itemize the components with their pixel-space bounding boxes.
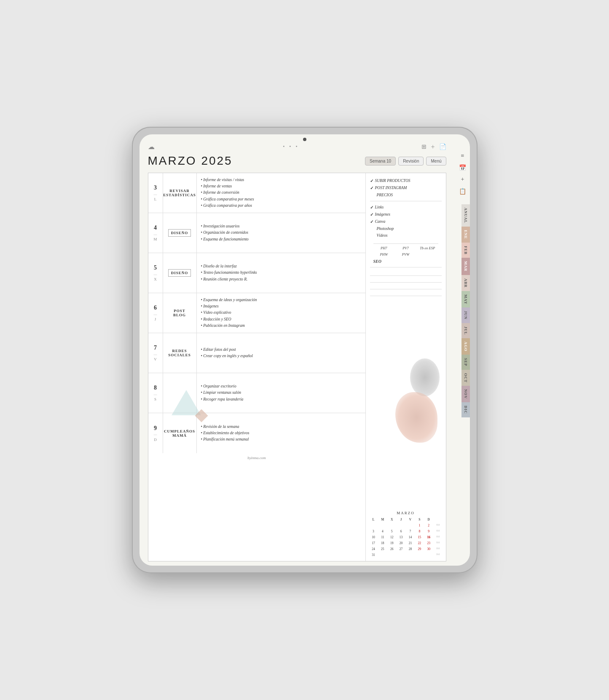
cal-cell: SM [434, 540, 443, 546]
day-row: 5—XDISEÑODiseño de la interfazTesteo fun… [148, 253, 365, 293]
check-mark: ✓ [370, 218, 373, 225]
pv-ph-cell: PVW [395, 251, 416, 257]
task-item: Diseño de la interfaz [201, 263, 361, 270]
pv-ph-cell: PV7 [395, 245, 416, 251]
week-button[interactable]: Semana 10 [365, 157, 396, 166]
cal-header [434, 517, 443, 522]
cal-cell: 22 [415, 540, 424, 546]
checklist-item: ✓SUBIR PRODUCTOS [370, 177, 442, 184]
category-box: DISEÑO [168, 229, 191, 237]
cal-cell: 25 [378, 546, 387, 552]
hamburger-icon[interactable]: ≡ [458, 151, 467, 160]
day-label: 6—J [148, 293, 163, 333]
cal-cell: 8 [415, 529, 424, 534]
main-content: ☁ • • • ⊞ + 📄 MARZO 2025 Semana 10 Revis… [140, 134, 455, 566]
cal-cell: 6 [397, 529, 405, 534]
task-item: Gráfica comparativa por meses [201, 196, 361, 203]
tab-ago[interactable]: AGO [461, 338, 470, 355]
tab-ene[interactable]: ENE [461, 227, 470, 243]
day-label: 7—V [148, 333, 163, 373]
tab-nov[interactable]: NOV [461, 386, 470, 402]
planner-container: 3—LREVISAR ESTADÍSTICASInforme de visita… [148, 173, 446, 561]
menu-button[interactable]: Menú [426, 157, 446, 166]
day-tasks: Organizar escritorioLimpiar ventanas sal… [197, 373, 365, 413]
tab-oct[interactable]: OCT [461, 370, 470, 386]
cal-cell: 16 [424, 534, 433, 540]
tab-anual[interactable]: ANUAL [461, 204, 470, 227]
cal-cell [378, 552, 387, 558]
cal-cell: 15 [415, 534, 424, 540]
cal-cell: 31 [369, 552, 378, 558]
plus-icon[interactable]: + [431, 143, 435, 151]
cal-cell: 13 [397, 534, 405, 540]
task-item: Redacción y SEO [201, 316, 361, 323]
tab-dic[interactable]: DIC [461, 402, 470, 417]
cal-header: S [415, 517, 424, 522]
tab-sep[interactable]: SEP [461, 355, 470, 370]
cal-cell: 1 [415, 523, 424, 528]
revision-button[interactable]: Revisión [398, 157, 424, 166]
planner-sidebar: ✓SUBIR PRODUCTOS✓POST INSTAGRAM PRECIOS✓… [366, 173, 446, 561]
cal-cell [415, 552, 424, 558]
category-box: DISEÑO [168, 269, 191, 277]
check-mark: ✓ [370, 177, 373, 184]
tab-abr[interactable]: ABR [461, 275, 470, 291]
plus-icon[interactable]: + [458, 175, 467, 184]
day-tasks: Investigación usuariosOrganización de co… [197, 213, 365, 253]
cal-cell: 19 [387, 540, 396, 546]
page-icon: 📄 [439, 143, 446, 150]
cal-header: V [406, 517, 415, 522]
day-label: 9—D [148, 413, 163, 453]
task-item: Revisión de la semana [201, 424, 361, 430]
task-item: Publicación en Instagram [201, 323, 361, 329]
tab-may[interactable]: MAY [461, 291, 470, 308]
day-letter: V [154, 357, 157, 362]
cal-cell: 21 [406, 540, 415, 546]
cal-cell: 23 [424, 540, 433, 546]
checklist-item: ✓Links [370, 204, 442, 211]
task-item: Gráfica comparativa por años [201, 203, 361, 209]
mini-cal-grid: LMXJVSD12SM3456789SM10111213141516SM1718… [369, 517, 443, 558]
note-icon[interactable]: 📋 [458, 187, 467, 196]
cal-cell: 10 [369, 534, 378, 540]
tab-jun[interactable]: JUN [461, 307, 470, 323]
cal-header: D [424, 517, 433, 522]
tablet-screen: ☁ • • • ⊞ + 📄 MARZO 2025 Semana 10 Revis… [140, 134, 470, 566]
day-number: 5 [154, 264, 157, 272]
cal-cell: 20 [397, 540, 405, 546]
check-text: Vídeos [377, 232, 388, 239]
side-tab-icons: ≡ 📅 + 📋 [458, 134, 470, 196]
app-icon: ☁ [148, 143, 155, 150]
day-letter: L [154, 197, 157, 202]
day-number: 9 [154, 424, 157, 433]
day-letter: S [154, 397, 156, 402]
task-item: Planificación menú semanal [201, 436, 361, 443]
tab-mar[interactable]: MAR [461, 258, 470, 275]
day-letter: J [155, 317, 156, 322]
task-item: Reunión cliente proyecto R. [201, 276, 361, 283]
tab-jul[interactable]: JUL [461, 323, 470, 338]
calendar-icon[interactable]: 📅 [458, 163, 467, 172]
tablet-frame: ☁ • • • ⊞ + 📄 MARZO 2025 Semana 10 Revis… [132, 127, 478, 573]
task-item: Informe de conversión [201, 190, 361, 196]
cal-cell: 28 [406, 546, 415, 552]
camera-icon [303, 138, 306, 141]
check-text: POST INSTAGRAM [375, 184, 407, 191]
task-item: Crear copy en inglés y español [201, 353, 361, 359]
cal-cell: 30 [424, 546, 433, 552]
check-mark: ✓ [370, 211, 373, 218]
tab-feb[interactable]: FEB [461, 243, 470, 258]
check-text: Canva [375, 218, 386, 225]
day-row: 3—LREVISAR ESTADÍSTICASInforme de visita… [148, 173, 365, 213]
cal-cell: 14 [406, 534, 415, 540]
day-rows: 3—LREVISAR ESTADÍSTICASInforme de visita… [148, 173, 365, 453]
task-item: Informe de visitas / vistas [201, 177, 361, 183]
task-item: Informe de ventas [201, 183, 361, 190]
pv-ph-grid: PH7PV7Tb en ESPPHWPVW [373, 245, 438, 257]
cal-cell: 24 [369, 546, 378, 552]
day-tasks: Diseño de la interfazTesteo funcionamien… [197, 253, 365, 293]
cal-cell: 29 [415, 546, 424, 552]
day-label: 4—M [148, 213, 163, 253]
task-item: Investigación usuarios [201, 223, 361, 230]
cal-cell: 11 [378, 534, 387, 540]
